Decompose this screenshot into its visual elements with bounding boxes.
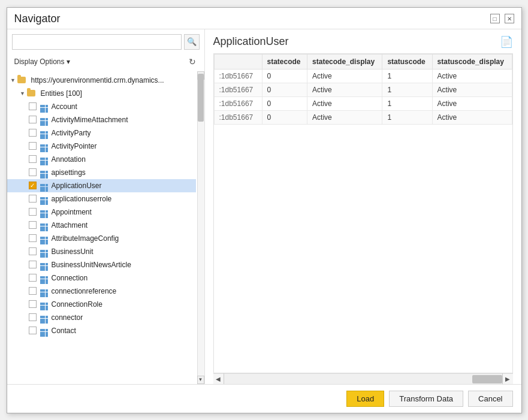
entities-expand-icon: ▼ <box>19 90 26 97</box>
table-icon-wrap <box>40 192 48 205</box>
tree-container[interactable]: ▼ https://yourenvironmentid.crm.dynamics… <box>7 71 204 384</box>
entity-checkbox[interactable] <box>29 234 37 242</box>
h-scroll-thumb[interactable] <box>472 375 502 383</box>
entity-checkbox[interactable] <box>29 261 37 268</box>
data-table-wrapper[interactable]: statecodestatecode_displaystatuscodestat… <box>213 53 513 373</box>
entity-checkbox[interactable] <box>29 168 37 176</box>
table-icon-wrap <box>40 126 48 139</box>
table-icon-wrap <box>40 219 48 231</box>
entity-checkbox[interactable] <box>29 195 37 203</box>
export-icon[interactable]: 📄 <box>500 35 513 49</box>
tree-entity-item[interactable]: BusinessUnitNewsArticle <box>7 258 196 271</box>
close-button[interactable]: ✕ <box>505 14 514 23</box>
refresh-button[interactable]: ↻ <box>185 55 200 69</box>
minimize-button[interactable]: □ <box>490 14 500 23</box>
tree-entity-item[interactable]: Contact <box>7 324 196 337</box>
search-input[interactable] <box>12 34 182 50</box>
entity-checkbox[interactable] <box>29 142 37 150</box>
tree-entity-item[interactable]: Connection <box>7 271 196 285</box>
display-options-button[interactable]: Display Options ▾ <box>12 56 73 67</box>
entity-checkbox[interactable] <box>29 116 37 123</box>
search-button[interactable]: 🔍 <box>184 34 200 50</box>
table-cell: :1db51667 <box>214 83 262 96</box>
entity-checkbox[interactable] <box>29 221 37 229</box>
table-cell: 0 <box>262 83 307 96</box>
table-icon-wrap <box>40 271 48 284</box>
entity-checkbox[interactable] <box>29 287 37 295</box>
entity-checkbox[interactable] <box>29 313 37 321</box>
entity-checkbox[interactable] <box>29 327 37 334</box>
entity-label: Contact <box>52 327 76 335</box>
tree-list: ▼ https://yourenvironmentid.crm.dynamics… <box>7 71 204 340</box>
table-icon-wrap <box>40 100 48 113</box>
entity-checkbox[interactable] <box>29 208 37 216</box>
scroll-right-button[interactable]: ▶ <box>502 373 513 384</box>
entity-label: connector <box>52 313 83 322</box>
table-cell: Active <box>307 110 382 124</box>
load-button[interactable]: Load <box>346 391 384 407</box>
scroll-left-button[interactable]: ◀ <box>213 373 224 384</box>
table-grid-icon <box>40 210 48 218</box>
root-label: https://yourenvironmentid.crm.dynamics..… <box>31 76 164 84</box>
entity-label: connectionreference <box>52 287 117 295</box>
entity-label: Attachment <box>52 221 88 229</box>
tree-root-item[interactable]: ▼ https://yourenvironmentid.crm.dynamics… <box>7 74 196 87</box>
tree-entity-item[interactable]: connectionreference <box>7 285 196 298</box>
tree-entity-item[interactable]: AttributeImageConfig <box>7 232 196 245</box>
tree-entity-item[interactable]: ActivityPointer <box>7 140 196 153</box>
table-grid-icon <box>40 237 48 244</box>
entity-checkbox[interactable] <box>29 129 37 137</box>
table-grid-icon <box>40 158 48 165</box>
tree-entity-item[interactable]: Account <box>7 100 196 113</box>
main-content: 🔍 Display Options ▾ ↻ ▼ <box>7 29 521 384</box>
tree-entity-item[interactable]: Appointment <box>7 206 196 219</box>
tree-entity-item[interactable]: Attachment <box>7 219 196 232</box>
entity-checkbox[interactable]: ✓ <box>29 182 37 189</box>
entity-label: BusinessUnit <box>52 247 93 256</box>
entity-checkbox[interactable] <box>29 247 37 255</box>
entities-folder-icon <box>26 89 36 98</box>
table-row: :1db516670Active1Active <box>214 83 512 96</box>
tree-entity-item[interactable]: applicationuserrole <box>7 192 196 206</box>
tree-entity-item[interactable]: connector <box>7 311 196 324</box>
table-cell: Active <box>307 69 382 83</box>
scroll-down-arrow[interactable]: ▼ <box>197 376 204 384</box>
table-col-header: statecode <box>262 54 307 69</box>
entity-checkbox[interactable] <box>29 274 37 282</box>
table-cell: Active <box>432 96 512 110</box>
tree-entity-item[interactable]: Annotation <box>7 153 196 166</box>
entity-checkbox[interactable] <box>29 300 37 308</box>
table-cell: :1db51667 <box>214 69 262 83</box>
table-icon-wrap <box>40 206 48 218</box>
tree-entity-item[interactable]: ConnectionRole <box>7 298 196 311</box>
tree-entity-item[interactable]: ActivityMimeAttachment <box>7 113 196 126</box>
entities-group-item[interactable]: ▼ Entities [100] <box>7 87 196 100</box>
table-grid-icon <box>40 276 48 284</box>
table-grid-icon <box>40 144 48 152</box>
table-grid-icon <box>40 197 48 205</box>
table-icon-wrap <box>40 179 48 192</box>
transform-data-button[interactable]: Transform Data <box>389 391 463 407</box>
table-grid-icon <box>40 289 48 297</box>
table-cell: 1 <box>382 96 432 110</box>
footer: Load Transform Data Cancel <box>7 384 521 413</box>
scroll-thumb[interactable] <box>198 74 204 122</box>
entity-checkbox[interactable] <box>29 155 37 163</box>
tree-entity-item[interactable]: ActivityParty <box>7 126 196 140</box>
cancel-button[interactable]: Cancel <box>468 391 512 407</box>
table-grid-icon <box>40 223 48 231</box>
tree-entity-item[interactable]: ✓ApplicationUser <box>7 179 196 192</box>
table-icon-wrap <box>40 285 48 297</box>
scroll-track[interactable] <box>224 374 502 384</box>
entity-checkbox[interactable] <box>29 102 37 110</box>
table-col-header: statuscode <box>382 54 432 69</box>
tree-entity-item[interactable]: apisettings <box>7 166 196 179</box>
table-header: statecodestatecode_displaystatuscodestat… <box>214 54 512 69</box>
window-controls: □ ✕ <box>490 14 514 23</box>
table-col-header <box>214 54 262 69</box>
preview-header: ApplicationUser 📄 <box>213 35 513 49</box>
entity-label: ActivityParty <box>52 129 91 137</box>
tree-entity-item[interactable]: BusinessUnit <box>7 245 196 258</box>
tree-scrollbar[interactable]: ▲ ▼ <box>197 71 204 384</box>
root-folder-icon <box>17 76 26 84</box>
